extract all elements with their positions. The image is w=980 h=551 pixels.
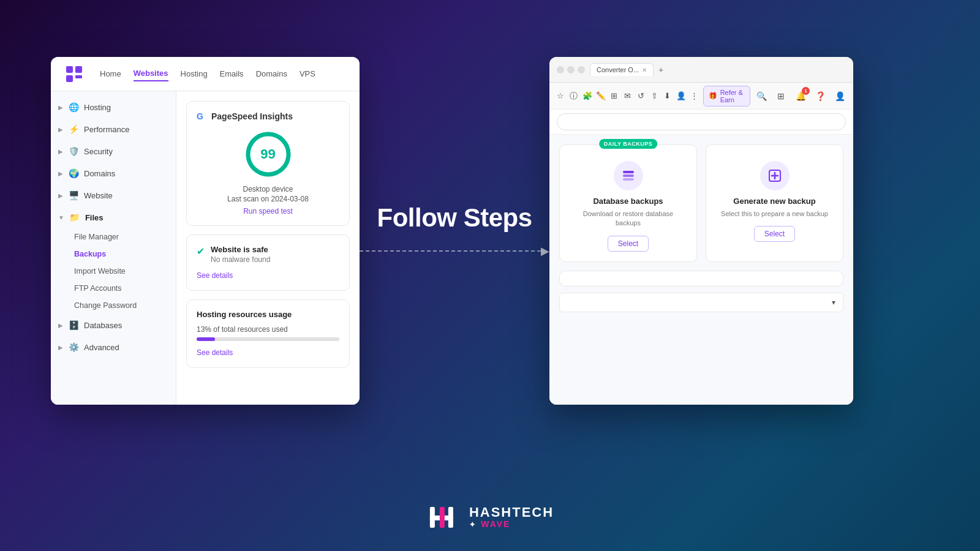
dropdown-row[interactable]: ▾ (559, 293, 843, 312)
generate-backup-card: Generate new backup Select this to prepa… (706, 144, 843, 262)
security-row: ✔ Website is safe No malware found (197, 245, 339, 264)
check-icon: ✔ (197, 246, 205, 257)
search-icon[interactable]: 🔍 (754, 89, 769, 103)
profile-icon[interactable]: 👤 (676, 89, 686, 103)
daily-backups-badge: DAILY BACKUPS (599, 139, 658, 149)
svg-rect-8 (623, 178, 634, 181)
mail-icon[interactable]: ✉ (622, 89, 632, 103)
chevron-right-icon: ▶ (58, 322, 63, 329)
chevron-right-icon: ▶ (58, 192, 63, 199)
dotted-line (360, 250, 541, 252)
toolbar-right: 🔍 ⊞ 🔔 1 ❓ 👤 (754, 89, 847, 103)
performance-icon: ⚡ (68, 124, 79, 135)
run-speed-test-link[interactable]: Run speed test (197, 207, 339, 216)
share-icon[interactable]: ⇧ (649, 89, 659, 103)
nav-emails[interactable]: Emails (220, 67, 244, 81)
notification-badge: 1 (802, 87, 810, 95)
gift-icon: 🎁 (709, 92, 717, 100)
grid-icon[interactable]: ⊞ (774, 89, 788, 103)
svg-rect-0 (66, 66, 73, 73)
device-label: Desktop device (197, 185, 339, 193)
browser-toolbar: ☆ ⓘ 🧩 ✏️ ⊞ ✉ ↺ ⇧ ⬇ 👤 ⋮ 🎁 Refer & Earn 🔍 … (549, 83, 853, 110)
database-backups-title: Database backups (570, 197, 687, 206)
sidebar-item-databases[interactable]: ▶ 🗄️ Databases (51, 314, 176, 336)
browser-tab[interactable]: Converter O... ✕ (590, 63, 654, 76)
sidebar-backups[interactable]: Backups (74, 246, 176, 263)
tab-close-icon[interactable]: ✕ (642, 67, 647, 73)
nav-vps[interactable]: VPS (300, 67, 315, 81)
generate-backup-select-btn[interactable]: Select (754, 226, 795, 242)
account-icon[interactable]: 👤 (832, 89, 847, 103)
follow-steps-text: Follow Steps (377, 204, 532, 232)
sidebar-import-website[interactable]: Import Website (74, 263, 176, 280)
resources-see-details-link[interactable]: See details (197, 348, 233, 357)
main-content: G PageSpeed Insights 99 Desktop device L… (176, 91, 360, 405)
speed-score: 99 (260, 146, 275, 162)
browser-minimize-btn[interactable] (557, 66, 564, 73)
pagespeed-header: G PageSpeed Insights (197, 111, 339, 121)
bookmark-icon[interactable]: ☆ (556, 89, 565, 103)
menu-icon[interactable]: ⋮ (690, 89, 699, 103)
generate-backup-title: Generate new backup (716, 197, 833, 206)
chevron-right-icon: ▶ (58, 344, 63, 351)
svg-rect-7 (623, 174, 634, 177)
speed-circle: 99 (244, 130, 293, 179)
new-tab-btn[interactable]: + (658, 65, 663, 75)
resources-pct-text: 13% of total resources used (197, 325, 339, 334)
refresh-icon[interactable]: ↺ (636, 89, 646, 103)
help-icon[interactable]: ❓ (813, 89, 827, 103)
sidebar: ▶ 🌐 Hosting ▶ ⚡ Performance ▶ 🛡️ Securit… (51, 91, 176, 405)
refer-earn-btn[interactable]: 🎁 Refer & Earn (703, 86, 750, 107)
info-icon[interactable]: ⓘ (569, 89, 579, 103)
sidebar-item-security[interactable]: ▶ 🛡️ Security (51, 140, 176, 162)
security-text: Website is safe No malware found (211, 245, 270, 264)
right-content: DAILY BACKUPS Database backups Download … (549, 135, 853, 405)
nav-hosting[interactable]: Hosting (181, 67, 208, 81)
middle-section: Follow Steps ▶ (360, 57, 549, 405)
sidebar-advanced-label: Advanced (84, 343, 168, 352)
url-bar[interactable] (557, 113, 846, 130)
last-scan-label: Last scan on 2024-03-08 (197, 195, 339, 203)
notifications-icon[interactable]: 🔔 1 (793, 89, 808, 103)
sidebar-item-domains[interactable]: ▶ 🌍 Domains (51, 162, 176, 184)
svg-rect-15 (440, 507, 445, 528)
database-backups-card: DAILY BACKUPS Database backups Download … (559, 144, 697, 262)
sidebar-item-hosting[interactable]: ▶ 🌐 Hosting (51, 96, 176, 118)
svg-rect-3 (75, 75, 82, 78)
browser-maximize-btn[interactable] (567, 66, 575, 73)
databases-icon: 🗄️ (68, 320, 79, 331)
advanced-icon: ⚙️ (68, 342, 79, 353)
nav-home[interactable]: Home (100, 67, 121, 81)
sidebar-item-advanced[interactable]: ▶ ⚙️ Advanced (51, 336, 176, 358)
security-card: ✔ Website is safe No malware found See d… (186, 234, 350, 291)
database-icon (614, 161, 643, 190)
edit-icon[interactable]: ✏️ (596, 89, 606, 103)
sidebar-files-label: Files (85, 213, 168, 222)
left-panel: Home Websites Hosting Emails Domains VPS… (51, 57, 360, 405)
right-panel: Converter O... ✕ + ☆ ⓘ 🧩 ✏️ ⊞ ✉ ↺ ⇧ ⬇ 👤 … (549, 57, 853, 405)
security-see-details-link[interactable]: See details (197, 271, 233, 280)
resources-progress-bar (197, 337, 339, 341)
sidebar-item-website[interactable]: ▶ 🖥️ Website (51, 184, 176, 206)
sidebar-ftp-accounts[interactable]: FTP Accounts (74, 280, 176, 297)
download-icon[interactable]: ⬇ (663, 89, 673, 103)
brand-wave: ✦ WAVE (469, 520, 554, 529)
brand-logo (426, 502, 462, 533)
generate-icon (760, 161, 790, 190)
nav-domains[interactable]: Domains (256, 67, 287, 81)
sidebar-file-manager[interactable]: File Manager (74, 228, 176, 246)
browser-chrome: Converter O... ✕ + (549, 57, 853, 83)
browser-controls (557, 66, 585, 73)
database-backups-select-btn[interactable]: Select (608, 236, 649, 252)
browser-close-btn[interactable] (578, 66, 585, 73)
sidebar-item-performance[interactable]: ▶ ⚡ Performance (51, 118, 176, 140)
sidebar-item-files[interactable]: ▼ 📁 Files (51, 206, 176, 228)
apps-icon[interactable]: ⊞ (609, 89, 619, 103)
security-title: Website is safe (211, 245, 270, 254)
svg-rect-2 (66, 75, 73, 82)
nav-websites[interactable]: Websites (134, 66, 168, 81)
browser-tab-label: Converter O... (597, 66, 639, 73)
url-bar-row (549, 110, 853, 135)
sidebar-change-password[interactable]: Change Password (74, 297, 176, 314)
extension-icon[interactable]: 🧩 (582, 89, 592, 103)
